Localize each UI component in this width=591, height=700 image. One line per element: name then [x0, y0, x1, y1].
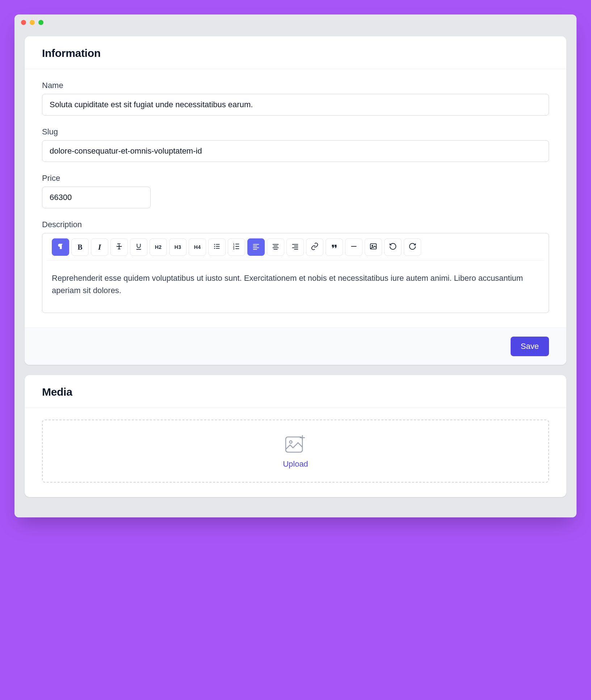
window-content: Information Name Slug Price	[14, 30, 577, 517]
window-minimize-button[interactable]	[30, 20, 35, 25]
redo-icon	[408, 242, 416, 252]
link-icon	[311, 242, 319, 252]
upload-label: Upload	[283, 459, 308, 469]
align-left-icon	[252, 242, 260, 252]
quote-icon	[330, 242, 338, 252]
align-left-button[interactable]	[247, 238, 265, 256]
svg-rect-21	[294, 246, 298, 246]
link-button[interactable]	[306, 238, 323, 256]
window-close-button[interactable]	[21, 20, 26, 25]
media-card-header: Media	[25, 375, 566, 408]
h4-icon: H4	[194, 244, 201, 250]
svg-point-26	[372, 245, 373, 246]
strike-icon	[115, 242, 123, 252]
information-card-body: Name Slug Price Description	[25, 69, 566, 328]
svg-rect-5	[216, 248, 219, 249]
slug-label: Slug	[42, 127, 549, 137]
upload-dropzone[interactable]: Upload	[42, 420, 549, 483]
list-bullet-icon	[213, 242, 221, 252]
paragraph-button[interactable]	[52, 238, 69, 256]
window-maximize-button[interactable]	[38, 20, 43, 25]
slug-field-group: Slug	[42, 127, 549, 162]
information-card-header: Information	[25, 36, 566, 69]
align-center-button[interactable]	[267, 238, 284, 256]
description-label: Description	[42, 220, 549, 229]
h3-button[interactable]: H3	[169, 238, 186, 256]
svg-rect-24	[351, 246, 357, 247]
undo-button[interactable]	[384, 238, 402, 256]
bullet-list-button[interactable]	[208, 238, 226, 256]
paragraph-icon	[56, 242, 64, 252]
svg-rect-10	[235, 246, 239, 247]
svg-rect-20	[292, 244, 298, 245]
svg-rect-13	[253, 246, 257, 246]
svg-point-28	[290, 441, 292, 443]
svg-rect-11	[235, 248, 239, 249]
app-window: Information Name Slug Price	[14, 14, 577, 517]
h2-icon: H2	[155, 244, 162, 250]
information-card-footer: Save	[25, 328, 566, 365]
name-label: Name	[42, 81, 549, 90]
svg-rect-4	[216, 246, 219, 247]
svg-rect-12	[253, 244, 259, 245]
align-center-icon	[272, 242, 280, 252]
svg-rect-9	[235, 243, 239, 244]
align-right-button[interactable]	[286, 238, 304, 256]
svg-rect-16	[273, 244, 279, 245]
align-right-icon	[291, 242, 299, 252]
editor-toolbar: B I H2	[47, 233, 544, 261]
slug-input[interactable]	[42, 140, 549, 162]
price-label: Price	[42, 174, 549, 183]
price-input[interactable]	[42, 187, 151, 208]
underline-icon	[135, 242, 143, 252]
h2-button[interactable]: H2	[150, 238, 167, 256]
svg-point-0	[214, 244, 215, 245]
horizontal-rule-button[interactable]	[345, 238, 362, 256]
name-field-group: Name	[42, 81, 549, 116]
description-content[interactable]: Reprehenderit esse quidem voluptatibus u…	[42, 261, 549, 313]
undo-icon	[389, 242, 397, 252]
h4-button[interactable]: H4	[189, 238, 206, 256]
svg-point-2	[214, 248, 215, 249]
minus-icon	[350, 242, 358, 252]
quote-button[interactable]	[326, 238, 343, 256]
svg-rect-23	[294, 249, 298, 250]
list-ordered-icon: 123	[232, 242, 240, 252]
media-card-body: Upload	[25, 408, 566, 497]
media-title: Media	[42, 386, 549, 398]
svg-rect-15	[253, 249, 257, 250]
italic-icon: I	[98, 242, 101, 252]
svg-rect-17	[274, 246, 278, 246]
svg-rect-19	[274, 249, 278, 250]
svg-text:3: 3	[233, 247, 235, 250]
ordered-list-button[interactable]: 123	[228, 238, 245, 256]
italic-button[interactable]: I	[91, 238, 108, 256]
image-button[interactable]	[365, 238, 382, 256]
price-field-group: Price	[42, 174, 549, 208]
svg-rect-14	[253, 247, 259, 248]
information-card: Information Name Slug Price	[25, 36, 566, 365]
redo-button[interactable]	[404, 238, 421, 256]
name-input[interactable]	[42, 94, 549, 116]
save-button[interactable]: Save	[511, 337, 549, 356]
svg-rect-3	[216, 244, 219, 245]
description-editor: B I H2	[42, 233, 549, 313]
bold-button[interactable]: B	[71, 238, 89, 256]
media-card: Media Upload	[25, 375, 566, 497]
description-field-group: Description B I	[42, 220, 549, 313]
underline-button[interactable]	[130, 238, 147, 256]
strike-button[interactable]	[110, 238, 128, 256]
h3-icon: H3	[175, 244, 181, 250]
svg-point-1	[214, 246, 215, 247]
svg-rect-22	[292, 247, 298, 248]
bold-icon: B	[77, 243, 82, 251]
information-title: Information	[42, 47, 549, 59]
window-titlebar	[14, 14, 577, 30]
image-icon	[369, 242, 377, 252]
upload-image-icon	[284, 433, 307, 455]
svg-rect-18	[273, 247, 279, 248]
